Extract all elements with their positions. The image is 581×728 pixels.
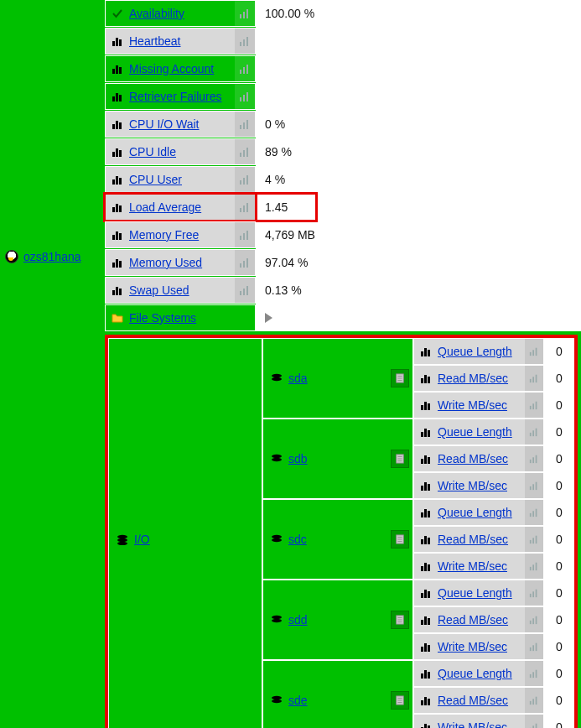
io-metric-read-mb-sec[interactable]: Read MB/sec — [413, 687, 544, 714]
chart-button[interactable] — [525, 473, 543, 498]
disk-details-button[interactable] — [391, 611, 409, 629]
chart-button[interactable] — [525, 527, 543, 552]
io-group-label[interactable]: I/O — [134, 533, 150, 546]
metric-cpu_user[interactable]: CPU User — [105, 166, 256, 193]
chart-button[interactable] — [525, 393, 543, 418]
io-metric-label[interactable]: Read MB/sec — [438, 533, 508, 546]
io-metric-write-mb-sec[interactable]: Write MB/sec — [413, 553, 544, 580]
metric-cpu_idle[interactable]: CPU Idle — [105, 138, 256, 165]
metric-load_average[interactable]: Load Average — [105, 194, 256, 221]
disk-details-button[interactable] — [391, 369, 409, 387]
io-metric-write-mb-sec[interactable]: Write MB/sec — [413, 472, 544, 499]
chart-button[interactable] — [235, 167, 255, 192]
metric-label[interactable]: CPU User — [129, 173, 182, 186]
metric-cpu_io_wait[interactable]: CPU I/O Wait — [105, 111, 256, 138]
metric-label[interactable]: Memory Free — [129, 228, 199, 242]
io-metric-label[interactable]: Queue Length — [438, 586, 512, 600]
metric-label[interactable]: CPU I/O Wait — [129, 117, 200, 131]
io-metric-read-mb-sec[interactable]: Read MB/sec — [413, 365, 544, 392]
io-metric-write-mb-sec[interactable]: Write MB/sec — [413, 633, 544, 660]
metric-label[interactable]: Load Average — [129, 200, 201, 214]
disk-details-button[interactable] — [391, 691, 409, 710]
host-row[interactable]: ozs81hana — [0, 243, 105, 270]
metric-label[interactable]: Availability — [129, 7, 184, 20]
metric-label[interactable]: Heartbeat — [129, 34, 180, 48]
io-metric-read-mb-sec[interactable]: Read MB/sec — [413, 526, 544, 553]
chart-button[interactable] — [525, 607, 543, 632]
io-metric-label[interactable]: Write MB/sec — [438, 398, 507, 412]
chart-button[interactable] — [525, 446, 543, 471]
chart-button[interactable] — [235, 278, 255, 303]
io-metric-write-mb-sec[interactable]: Write MB/sec — [413, 714, 544, 728]
metric-availability[interactable]: Availability — [105, 0, 256, 27]
io-metric-queue-length[interactable]: Queue Length — [413, 338, 544, 365]
chart-button[interactable] — [235, 112, 255, 137]
disk-sda[interactable]: sda — [262, 338, 413, 419]
metric-missing_account[interactable]: Missing Account — [105, 55, 256, 82]
disk-label[interactable]: sda — [288, 372, 308, 385]
chart-button[interactable] — [235, 139, 255, 164]
metric-file_systems[interactable]: File Systems — [105, 304, 256, 331]
io-metric-label[interactable]: Write MB/sec — [438, 720, 507, 728]
io-metric-read-mb-sec[interactable]: Read MB/sec — [413, 606, 544, 633]
chart-button[interactable] — [525, 661, 543, 686]
chart-button[interactable] — [525, 500, 543, 525]
metric-label[interactable]: Missing Account — [129, 62, 214, 75]
metric-label[interactable]: Retriever Failures — [129, 90, 221, 103]
metric-retriever_failures[interactable]: Retriever Failures — [105, 83, 256, 110]
host-name[interactable]: ozs81hana — [23, 250, 81, 263]
metric-swap_used[interactable]: Swap Used — [105, 277, 256, 304]
io-metric-queue-length[interactable]: Queue Length — [413, 499, 544, 526]
disk-details-button[interactable] — [391, 530, 409, 549]
io-metric-label[interactable]: Read MB/sec — [438, 613, 508, 627]
io-metric-queue-length[interactable]: Queue Length — [413, 419, 544, 445]
io-metric-label[interactable]: Read MB/sec — [438, 372, 508, 385]
io-metric-label[interactable]: Queue Length — [438, 506, 512, 519]
disk-details-button[interactable] — [391, 450, 409, 468]
metric-label[interactable]: File Systems — [129, 311, 196, 325]
chart-button[interactable] — [235, 84, 255, 109]
io-metric-label[interactable]: Queue Length — [438, 667, 512, 680]
chart-button[interactable] — [525, 634, 543, 659]
chart-button[interactable] — [525, 419, 543, 445]
io-metric-queue-length[interactable]: Queue Length — [413, 580, 544, 606]
expand-arrow-icon[interactable] — [265, 313, 272, 323]
chart-button[interactable] — [235, 250, 255, 275]
metric-memory_used[interactable]: Memory Used — [105, 249, 256, 276]
chart-button[interactable] — [525, 580, 543, 606]
disk-sdb[interactable]: sdb — [262, 419, 413, 499]
chart-button[interactable] — [235, 222, 255, 247]
chart-button[interactable] — [235, 1, 255, 26]
io-metric-label[interactable]: Write MB/sec — [438, 479, 507, 492]
chart-button[interactable] — [525, 339, 543, 364]
metric-memory_free[interactable]: Memory Free — [105, 221, 256, 248]
io-metric-queue-length[interactable]: Queue Length — [413, 660, 544, 687]
chart-button[interactable] — [525, 554, 543, 579]
chart-button[interactable] — [525, 715, 543, 728]
chart-button[interactable] — [235, 56, 255, 81]
disk-sdc[interactable]: sdc — [262, 499, 413, 580]
metric-label[interactable]: CPU Idle — [129, 145, 176, 159]
io-metric-label[interactable]: Read MB/sec — [438, 694, 508, 707]
disk-label[interactable]: sdd — [288, 613, 308, 627]
io-metric-write-mb-sec[interactable]: Write MB/sec — [413, 392, 544, 419]
io-group-cell[interactable]: I/O — [108, 338, 262, 728]
metric-heartbeat[interactable]: Heartbeat — [105, 28, 256, 55]
io-metric-label[interactable]: Read MB/sec — [438, 452, 508, 465]
io-metric-label[interactable]: Queue Length — [438, 425, 512, 439]
io-metric-label[interactable]: Write MB/sec — [438, 559, 507, 573]
io-metric-label[interactable]: Write MB/sec — [438, 640, 507, 653]
disk-sde[interactable]: sde — [262, 660, 413, 728]
chart-button[interactable] — [525, 688, 543, 713]
io-metric-read-mb-sec[interactable]: Read MB/sec — [413, 445, 544, 472]
io-metric-label[interactable]: Queue Length — [438, 345, 512, 358]
chart-button[interactable] — [235, 195, 255, 220]
chart-button[interactable] — [525, 366, 543, 391]
disk-label[interactable]: sdb — [288, 452, 308, 465]
chart-button[interactable] — [235, 29, 255, 54]
metric-label[interactable]: Memory Used — [129, 256, 202, 269]
metric-label[interactable]: Swap Used — [129, 283, 189, 297]
disk-label[interactable]: sde — [288, 694, 308, 707]
disk-sdd[interactable]: sdd — [262, 580, 413, 660]
disk-label[interactable]: sdc — [288, 533, 307, 546]
